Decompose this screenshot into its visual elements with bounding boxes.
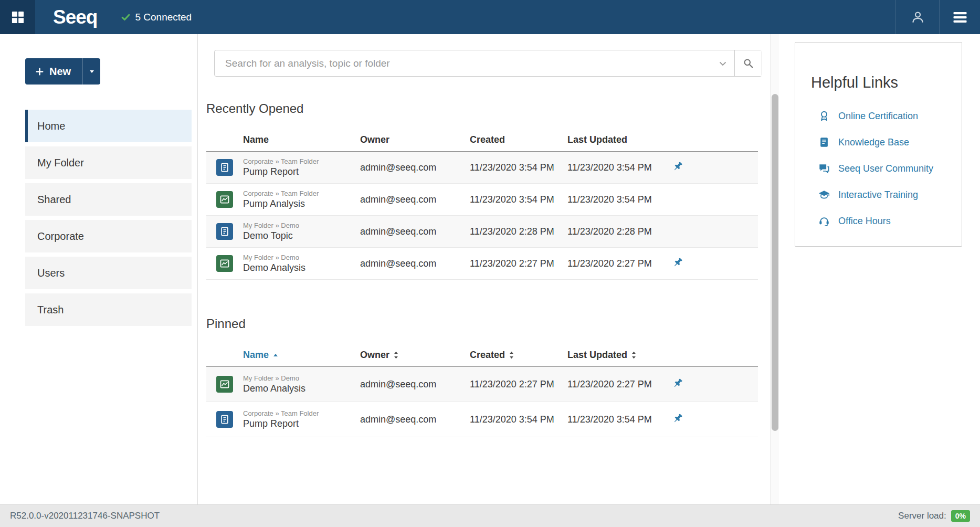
- recently-opened-table: Name Owner Created Last Updated Corporat…: [206, 129, 758, 280]
- user-profile-button[interactable]: [895, 0, 940, 34]
- link-knowledge-base[interactable]: Knowledge Base: [811, 129, 953, 155]
- updated-cell: 11/23/2020 3:54 PM: [567, 162, 668, 173]
- new-button[interactable]: New: [25, 58, 100, 85]
- sidebar-item-home[interactable]: Home: [25, 110, 192, 142]
- item-name-link[interactable]: Pump Analysis: [243, 198, 360, 209]
- sidebar-item-corporate[interactable]: Corporate: [25, 220, 192, 252]
- sidebar-item-my-folder[interactable]: My Folder: [25, 146, 192, 179]
- sort-ascending-icon: [272, 352, 279, 359]
- server-load-badge: 0%: [951, 510, 970, 522]
- link-label: Seeq User Community: [838, 163, 933, 174]
- created-cell: 11/23/2020 2:28 PM: [470, 226, 567, 237]
- item-name-link[interactable]: Demo Analysis: [243, 262, 360, 273]
- new-button-label: New: [49, 66, 71, 78]
- search-button[interactable]: [734, 50, 762, 76]
- pin-icon[interactable]: [670, 159, 686, 174]
- agents-connected-status[interactable]: 5 Connected: [121, 12, 192, 23]
- sidebar-item-label: Users: [37, 267, 65, 279]
- pinned-title: Pinned: [206, 317, 779, 331]
- created-cell: 11/23/2020 2:27 PM: [470, 258, 567, 269]
- sidebar-item-users[interactable]: Users: [25, 257, 192, 289]
- pin-icon[interactable]: [670, 410, 686, 426]
- owner-cell: admin@seeq.com: [360, 414, 470, 425]
- column-header-name: Name: [243, 134, 360, 145]
- new-button-dropdown[interactable]: [82, 58, 100, 85]
- plus-icon: [36, 68, 44, 76]
- link-label: Interactive Training: [838, 189, 918, 201]
- search-dropdown-toggle[interactable]: [711, 50, 734, 76]
- server-load-status: Server load: 0%: [898, 510, 970, 522]
- owner-cell: admin@seeq.com: [360, 194, 470, 205]
- table-row[interactable]: Corporate » Team FolderPump Analysis adm…: [206, 184, 758, 216]
- analysis-icon: [216, 376, 233, 393]
- check-icon: [121, 13, 130, 22]
- column-header-name-sorted[interactable]: Name: [243, 350, 360, 361]
- link-seeq-user-community[interactable]: Seeq User Community: [811, 155, 953, 182]
- search-input[interactable]: [215, 50, 711, 76]
- item-name-link[interactable]: Demo Analysis: [243, 383, 360, 394]
- caret-down-icon: [89, 68, 95, 75]
- column-header-updated: Last Updated: [567, 134, 668, 145]
- pin-icon[interactable]: [670, 375, 686, 391]
- item-name-link[interactable]: Pump Report: [243, 166, 360, 177]
- item-path: Corporate » Team Folder: [243, 409, 360, 417]
- recently-opened-title: Recently Opened: [206, 101, 779, 116]
- seeq-logo[interactable]: Seeq: [53, 6, 97, 28]
- column-header-label: Last Updated: [567, 350, 627, 361]
- link-label: Online Certification: [838, 111, 918, 122]
- table-header-row: Name Owner Created Last Updated: [206, 344, 758, 367]
- apps-grid-button[interactable]: [0, 0, 35, 34]
- owner-cell: admin@seeq.com: [360, 226, 470, 237]
- link-office-hours[interactable]: Office Hours: [811, 208, 953, 234]
- pin-icon[interactable]: [670, 255, 686, 270]
- table-row[interactable]: My Folder » DemoDemo Topic admin@seeq.co…: [206, 216, 758, 248]
- table-row[interactable]: My Folder » DemoDemo Analysis admin@seeq…: [206, 367, 758, 402]
- updated-cell: 11/23/2020 2:28 PM: [567, 226, 668, 237]
- created-cell: 11/23/2020 3:54 PM: [470, 162, 567, 173]
- table-row[interactable]: Corporate » Team FolderPump Report admin…: [206, 402, 758, 437]
- link-interactive-training[interactable]: Interactive Training: [811, 182, 953, 208]
- topbar-spacer: [192, 0, 895, 34]
- column-header-created[interactable]: Created: [470, 350, 567, 361]
- sidebar-item-shared[interactable]: Shared: [25, 183, 192, 216]
- item-name-link[interactable]: Demo Topic: [243, 230, 360, 241]
- pinned-table: Name Owner Created Last Updated: [206, 344, 758, 437]
- hamburger-menu-button[interactable]: [940, 0, 980, 34]
- column-header-owner[interactable]: Owner: [360, 350, 470, 361]
- sidebar-item-trash[interactable]: Trash: [25, 293, 192, 326]
- right-panel: Helpful Links Online Certification Knowl…: [779, 34, 980, 504]
- training-icon: [818, 189, 830, 201]
- column-header-updated[interactable]: Last Updated: [567, 350, 668, 361]
- link-online-certification[interactable]: Online Certification: [811, 103, 953, 129]
- certification-icon: [818, 110, 830, 122]
- vertical-scrollbar[interactable]: [770, 34, 779, 504]
- owner-cell: admin@seeq.com: [360, 162, 470, 173]
- new-button-main[interactable]: New: [25, 58, 82, 85]
- scrollbar-thumb[interactable]: [772, 94, 778, 431]
- analysis-icon: [216, 191, 233, 208]
- item-path: Corporate » Team Folder: [243, 157, 360, 165]
- column-header-label: Created: [470, 350, 505, 361]
- column-header-label: Owner: [360, 350, 389, 361]
- created-cell: 11/23/2020 2:27 PM: [470, 379, 567, 390]
- updated-cell: 11/23/2020 2:27 PM: [567, 379, 668, 390]
- sidebar-item-label: Corporate: [37, 230, 84, 243]
- link-label: Office Hours: [838, 216, 891, 227]
- table-row[interactable]: My Folder » DemoDemo Analysis admin@seeq…: [206, 248, 758, 280]
- chevron-down-icon: [719, 59, 727, 68]
- topic-icon: [216, 159, 233, 176]
- link-label: Knowledge Base: [838, 137, 909, 148]
- sidebar-item-label: Home: [37, 120, 65, 132]
- analysis-icon: [216, 255, 233, 272]
- created-cell: 11/23/2020 3:54 PM: [470, 414, 567, 425]
- item-path: My Folder » Demo: [243, 374, 360, 382]
- table-row[interactable]: Corporate » Team FolderPump Report admin…: [206, 152, 758, 184]
- knowledge-base-icon: [818, 136, 830, 148]
- user-icon: [911, 10, 925, 24]
- topic-icon: [216, 411, 233, 428]
- item-name-link[interactable]: Pump Report: [243, 418, 360, 429]
- apps-grid-icon: [10, 10, 25, 25]
- item-path: My Folder » Demo: [243, 254, 360, 261]
- item-path: Corporate » Team Folder: [243, 189, 360, 197]
- app-body: New Home My Folder Shared Corporate User…: [0, 34, 980, 504]
